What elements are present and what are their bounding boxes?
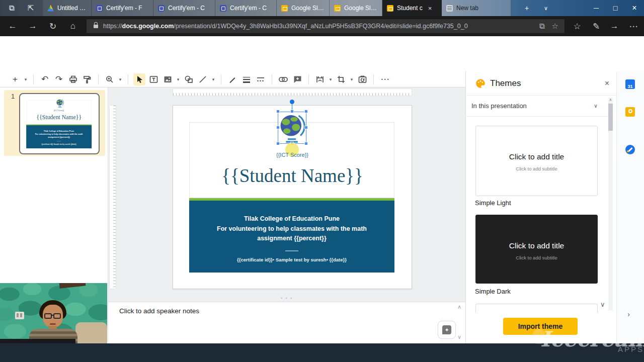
shape-tool[interactable] (183, 73, 195, 85)
crop-dropdown[interactable]: ▾ (349, 77, 354, 82)
new-slide-button[interactable]: + (9, 73, 21, 85)
minimize-button[interactable]: ─ (588, 0, 605, 16)
border-color-icon[interactable] (226, 73, 238, 85)
select-tool[interactable] (133, 73, 145, 85)
resize-handle-nw[interactable] (276, 110, 280, 113)
vertical-ruler (109, 105, 116, 289)
browser-tab[interactable]: Untitled form (43, 0, 92, 16)
notes-scroll-up-icon[interactable]: ∧ (457, 304, 461, 310)
screen: ⧉ ⇱ Untitled form Certify'em - F Certify… (0, 0, 644, 362)
import-theme-button[interactable]: Import theme (503, 318, 578, 335)
back-icon[interactable]: ← (4, 16, 21, 36)
favorites-hub-icon[interactable]: ☆ (569, 16, 586, 36)
keep-icon[interactable] (625, 107, 635, 117)
tab-label: Google Slides (344, 5, 377, 12)
print-icon[interactable] (67, 73, 79, 85)
resize-handle-w[interactable] (276, 126, 280, 129)
redo-icon[interactable]: ↷ (53, 73, 65, 85)
share-page-icon[interactable]: → (606, 16, 623, 36)
tab-label: New tab (456, 5, 478, 12)
body-line: assignment {{percent}} (189, 234, 394, 244)
new-tab-button[interactable]: + (518, 0, 535, 16)
hide-side-panel-icon[interactable]: › (627, 310, 630, 318)
tasks-icon[interactable] (625, 145, 635, 154)
tab-label: Certify'em - C (168, 5, 205, 12)
student-name-text[interactable]: {{Student Name}} (173, 165, 412, 187)
forward-icon[interactable]: → (24, 16, 41, 36)
close-button[interactable]: × (626, 0, 643, 16)
new-tab-page-icon (446, 5, 453, 12)
resize-handle-sw[interactable] (276, 142, 280, 145)
notes-scroll-down-icon[interactable]: ∨ (457, 334, 461, 340)
insert-link-icon[interactable] (277, 73, 289, 85)
image-dropdown[interactable]: ▾ (176, 77, 181, 82)
explore-button[interactable]: ✦ (438, 321, 456, 339)
tab-list-button[interactable]: ∨ (537, 0, 554, 16)
more-actions-icon[interactable]: ⋯ (625, 16, 642, 36)
resize-handle-se[interactable] (304, 142, 308, 145)
paint-format-icon[interactable] (81, 73, 93, 85)
address-field[interactable]: https://docs.google.com/presentation/d/1… (87, 19, 565, 33)
themes-section-row[interactable]: In this presentation ∨ (465, 96, 609, 117)
windows-taskbar (0, 343, 644, 362)
certifyem-icon (96, 5, 103, 12)
add-comment-icon[interactable] (291, 73, 303, 85)
home-icon[interactable]: ⌂ (64, 16, 82, 36)
browser-tab[interactable]: Google Slides (277, 0, 330, 16)
slide-thumbnail[interactable]: {{ICT Score}} {{Student Name}} Tilak Col… (19, 93, 100, 154)
body-line: For volunteering to help classmates with… (189, 224, 394, 234)
line-dropdown[interactable]: ▾ (211, 77, 216, 82)
new-slide-dropdown[interactable]: ▾ (23, 77, 28, 82)
reading-view-icon[interactable]: ⧉ (539, 22, 545, 31)
presenter-mouth (50, 323, 56, 325)
google-slides-icon (281, 5, 288, 12)
rotation-handle[interactable] (290, 100, 294, 104)
themes-scrollbar-thumb[interactable] (608, 104, 613, 131)
resize-handle-n[interactable] (290, 110, 294, 113)
google-slides-icon (334, 5, 341, 12)
mask-image-dropdown[interactable]: ▾ (328, 77, 333, 82)
border-weight-icon[interactable] (240, 73, 253, 85)
insert-image-tool[interactable] (162, 73, 174, 85)
crop-image-icon[interactable] (335, 73, 347, 85)
tab-close-icon[interactable]: × (428, 5, 432, 12)
browser-tab[interactable]: Certify'em - C (153, 0, 215, 16)
tab-preview-icon[interactable]: ⧉ (4, 0, 19, 16)
notes-drag-handle[interactable]: • • • (281, 296, 293, 301)
speaker-notes-placeholder[interactable]: Click to add speaker notes (119, 307, 199, 315)
resize-handle-e[interactable] (304, 126, 308, 129)
line-tool[interactable] (197, 73, 209, 85)
text-box-tool[interactable] (147, 73, 159, 85)
picture-frame (59, 283, 86, 289)
set-aside-tabs-icon[interactable]: ⇱ (23, 0, 38, 16)
zoom-icon[interactable] (104, 73, 116, 85)
scrollbar-up-icon[interactable]: ∧ (608, 98, 613, 102)
theme-card-simple-light[interactable]: Click to add title Click to add subtitle (475, 126, 598, 196)
slide-editor[interactable]: {{ICT Score}} {{Student Name}} Tilak Col… (173, 105, 412, 289)
undo-icon[interactable]: ↶ (39, 73, 51, 85)
more-tools-icon[interactable]: ⋯ (379, 73, 391, 85)
reload-icon[interactable]: ↻ (44, 16, 61, 36)
themes-scroll-down-icon[interactable]: ∨ (600, 301, 605, 308)
browser-tab[interactable]: Google Slides (330, 0, 382, 16)
theme-card-simple-dark[interactable]: Click to add title Click to add subtitle (475, 215, 598, 284)
close-themes-icon[interactable]: × (605, 79, 609, 88)
switch-plate (15, 312, 24, 319)
ink-notes-icon[interactable]: ✎ (588, 16, 605, 36)
certificate-body-box[interactable]: Tilak College of Education Pune For volu… (189, 201, 394, 273)
border-dash-icon[interactable] (255, 73, 267, 85)
browser-tab[interactable]: Certify'em - F (92, 0, 153, 16)
calendar-icon[interactable]: 31 (625, 79, 635, 89)
browser-tab-active[interactable]: Student c × (382, 0, 442, 16)
browser-tab[interactable]: Certify'em - C (215, 0, 277, 16)
certificate-footer-text: {{certificate id}}• Sample test by sures… (189, 257, 394, 262)
browser-tab[interactable]: New tab (442, 0, 511, 16)
favorite-star-icon[interactable]: ☆ (552, 22, 558, 31)
replace-image-icon[interactable] (356, 73, 368, 85)
ict-score-text[interactable]: {{ICT Score}} (173, 152, 412, 158)
mask-image-icon[interactable] (314, 73, 326, 85)
maximize-button[interactable]: □ (607, 0, 624, 16)
theme-card-partial[interactable] (475, 304, 598, 313)
resize-handle-ne[interactable] (304, 110, 308, 113)
zoom-dropdown[interactable]: ▾ (118, 77, 123, 82)
